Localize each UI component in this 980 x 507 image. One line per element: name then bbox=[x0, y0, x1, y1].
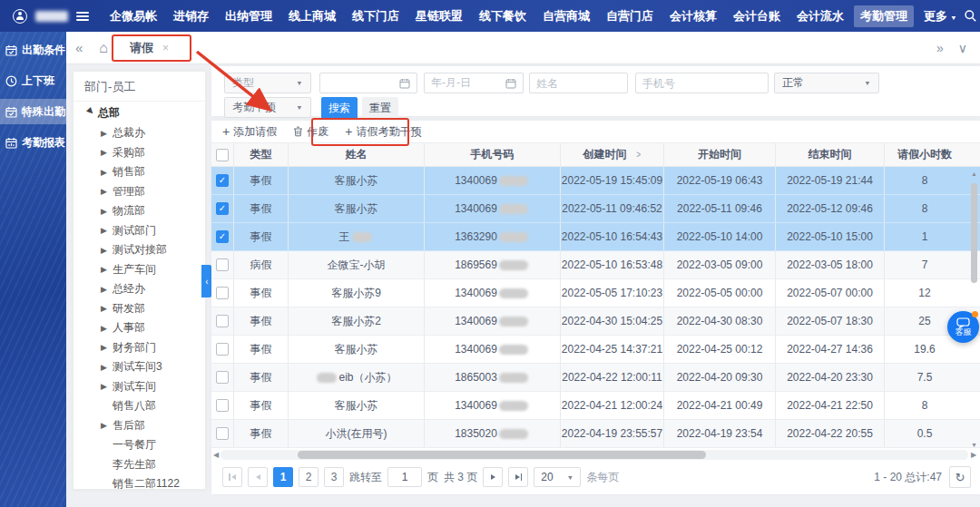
tree-item[interactable]: ▶ 总经办 bbox=[74, 279, 205, 299]
table-row[interactable]: 事假 王 1363290 2022-05-10 16:54:43 2022-05… bbox=[211, 223, 980, 251]
row-checkbox[interactable] bbox=[216, 315, 229, 327]
expand-tabs-icon[interactable]: » bbox=[936, 41, 944, 55]
vertical-scroll-thumb[interactable] bbox=[971, 183, 977, 283]
tree-collapsed-icon[interactable]: ▶ bbox=[101, 207, 113, 216]
leave-type-select[interactable]: 类型▼ bbox=[224, 73, 311, 93]
intervene-select[interactable]: 考勤干预▼ bbox=[224, 97, 311, 118]
top-menu-item[interactable]: 自营门店 bbox=[600, 5, 660, 27]
prev-page-button[interactable] bbox=[248, 467, 268, 487]
first-page-button[interactable] bbox=[222, 467, 242, 487]
tree-collapsed-icon[interactable]: ▶ bbox=[101, 363, 113, 372]
collapse-tabs-icon[interactable]: « bbox=[66, 40, 92, 55]
search-icon[interactable] bbox=[964, 9, 977, 23]
scroll-left-icon[interactable]: ◀ bbox=[213, 451, 219, 459]
page-number-button[interactable]: 3 bbox=[324, 467, 344, 487]
top-menu-item[interactable]: 星链联盟 bbox=[409, 5, 469, 27]
top-menu-more[interactable]: 更多▼ bbox=[917, 5, 964, 27]
tree-item[interactable]: ▶ 测试对接部 bbox=[74, 240, 205, 260]
next-page-button[interactable] bbox=[483, 467, 503, 487]
table-row[interactable]: 事假 客服小苏 1340069 2022-05-11 09:46:52 2022… bbox=[211, 195, 980, 223]
scroll-right-icon[interactable]: ▶ bbox=[971, 451, 976, 459]
refresh-icon[interactable]: ↻ bbox=[949, 466, 971, 488]
top-menu-item[interactable]: 会计流水 bbox=[790, 5, 850, 27]
table-row[interactable]: 事假 客服小苏 1340069 2022-05-19 15:45:09 2022… bbox=[211, 167, 980, 195]
page-number-button[interactable]: 1 bbox=[273, 467, 293, 487]
tree-root-hq[interactable]: ▶ 总部 bbox=[74, 102, 205, 123]
home-icon[interactable]: ⌂ bbox=[92, 40, 115, 56]
top-menu-item[interactable]: 线上商城 bbox=[282, 5, 342, 27]
tree-item[interactable]: ▶ 测试部门 bbox=[74, 221, 205, 241]
name-input[interactable] bbox=[529, 73, 628, 93]
sort-icon[interactable]: > bbox=[636, 150, 641, 160]
end-date-input[interactable]: 年-月-日 bbox=[424, 73, 524, 93]
tree-item[interactable]: ▶ 采购部 bbox=[74, 143, 205, 163]
table-row[interactable]: 事假 客服小苏9 1340069 2022-05-05 17:10:23 202… bbox=[211, 279, 980, 307]
header-created[interactable]: 创建时间> bbox=[561, 143, 664, 166]
top-menu-item[interactable]: 进销存 bbox=[167, 5, 215, 27]
top-menu-item[interactable]: 出纳管理 bbox=[219, 5, 279, 27]
add-leave-button[interactable]: + 添加请假 bbox=[222, 124, 277, 140]
scroll-up-icon[interactable]: ▲ bbox=[970, 171, 978, 177]
table-row[interactable]: 事假 客服小苏 1340069 2022-04-21 12:00:24 2022… bbox=[211, 392, 980, 420]
last-page-button[interactable] bbox=[508, 467, 528, 487]
top-menu-item[interactable]: 考勤管理 bbox=[854, 5, 914, 27]
phone-input[interactable] bbox=[635, 73, 769, 93]
sidebar-item-attendance-reports[interactable]: 考勤报表 bbox=[0, 130, 66, 155]
sidebar-item-clock-in-out[interactable]: 上下班 bbox=[0, 68, 66, 93]
chevron-down-icon[interactable]: ∨ bbox=[958, 41, 967, 55]
vertical-scrollbar[interactable]: ▲ ▼ bbox=[970, 171, 978, 448]
sidebar-item-special-attendance[interactable]: 特殊出勤 bbox=[0, 99, 66, 124]
top-menu-item[interactable]: 企微易帐 bbox=[103, 5, 163, 27]
header-start[interactable]: 开始时间 bbox=[664, 143, 776, 166]
row-checkbox[interactable] bbox=[216, 174, 229, 187]
tab-leave[interactable]: 请假 × bbox=[115, 32, 183, 64]
top-menu-item[interactable]: 会计核算 bbox=[663, 5, 723, 27]
tree-item[interactable]: ▶ 财务部门 bbox=[74, 338, 205, 358]
tree-item[interactable]: ▶ 生产车间 bbox=[74, 260, 205, 280]
top-menu-item[interactable]: 会计台账 bbox=[727, 5, 787, 27]
tree-collapsed-icon[interactable]: ▶ bbox=[101, 187, 113, 196]
row-checkbox[interactable] bbox=[216, 202, 229, 215]
jump-page-input[interactable] bbox=[387, 467, 422, 487]
table-row[interactable]: 事假 客服小苏2 1340069 2022-04-30 15:04:25 202… bbox=[211, 307, 980, 336]
tree-item[interactable]: ▶ 销售部 bbox=[74, 162, 205, 182]
tree-collapsed-icon[interactable]: ▶ bbox=[101, 129, 113, 138]
void-button[interactable]: 作废 bbox=[293, 124, 328, 140]
tree-item[interactable]: ▶ 人事部 bbox=[74, 318, 205, 338]
scroll-down-icon[interactable]: ▼ bbox=[970, 442, 978, 448]
tree-item[interactable]: ▶ 销售二部1122 bbox=[74, 474, 205, 490]
row-checkbox[interactable] bbox=[216, 258, 229, 271]
header-end[interactable]: 结束时间 bbox=[776, 143, 885, 166]
table-row[interactable]: 病假 企微宝-小胡 1869569 2022-05-10 16:53:48 20… bbox=[211, 251, 980, 279]
horizontal-scroll-thumb[interactable] bbox=[298, 451, 706, 459]
menu-burger-icon[interactable] bbox=[76, 12, 89, 21]
row-checkbox[interactable] bbox=[216, 287, 229, 299]
sidebar-item-attendance-conditions[interactable]: 出勤条件 bbox=[0, 37, 66, 63]
reset-button[interactable]: 重置 bbox=[362, 97, 398, 119]
select-all-checkbox[interactable] bbox=[216, 149, 229, 161]
row-checkbox[interactable] bbox=[216, 371, 229, 384]
tree-item[interactable]: ▶ 一号餐厅 bbox=[74, 435, 205, 455]
row-checkbox[interactable] bbox=[216, 230, 229, 243]
user-avatar-icon[interactable] bbox=[13, 9, 27, 24]
tree-item[interactable]: ▶ 李先生部 bbox=[74, 455, 205, 475]
tree-collapsed-icon[interactable]: ▶ bbox=[101, 148, 113, 157]
header-type[interactable]: 类型 bbox=[234, 143, 289, 166]
header-hours[interactable]: 请假小时数 bbox=[885, 143, 965, 166]
top-menu-item[interactable]: 自营商城 bbox=[536, 5, 596, 27]
tree-collapsed-icon[interactable]: ▶ bbox=[101, 324, 113, 333]
page-number-button[interactable]: 2 bbox=[299, 467, 318, 487]
tree-collapsed-icon[interactable]: ▶ bbox=[101, 382, 113, 391]
top-menu-item[interactable]: 线下餐饮 bbox=[473, 5, 533, 27]
table-row[interactable]: 事假 客服小苏 1340069 2022-04-25 14:37:21 2022… bbox=[211, 336, 980, 364]
tree-collapsed-icon[interactable]: ▶ bbox=[101, 421, 113, 430]
row-checkbox[interactable] bbox=[216, 427, 229, 440]
tree-collapsed-icon[interactable]: ▶ bbox=[101, 246, 113, 255]
page-size-select[interactable]: 20▼ bbox=[534, 467, 581, 487]
close-icon[interactable]: × bbox=[162, 42, 169, 54]
leave-intervene-button[interactable]: + 请假考勤干预 bbox=[345, 124, 421, 140]
tree-collapsed-icon[interactable]: ▶ bbox=[101, 265, 113, 274]
tree-collapsed-icon[interactable]: ▶ bbox=[101, 304, 113, 313]
tree-item[interactable]: ▶ 测试车间 bbox=[74, 377, 205, 397]
row-checkbox[interactable] bbox=[216, 399, 229, 412]
